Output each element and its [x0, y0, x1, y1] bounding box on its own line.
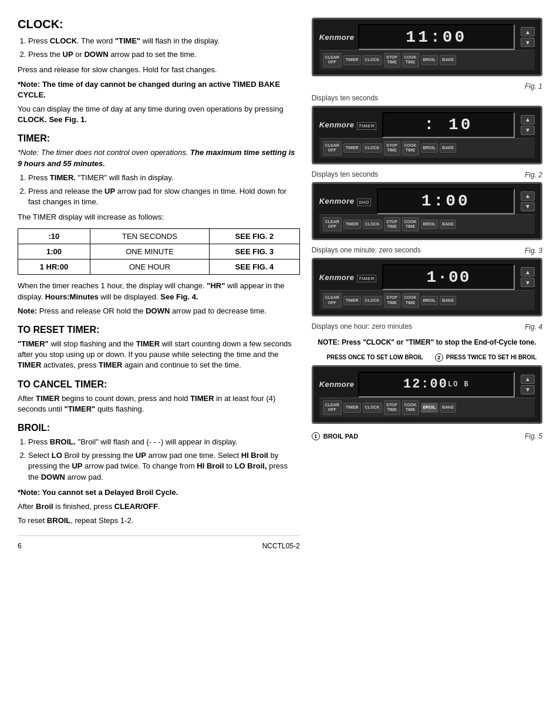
fig1-arrow-btns: ▲ ▼: [521, 27, 535, 47]
timer-step-2: Press and release the UP arrow pad for s…: [28, 186, 300, 207]
fig1-btn-broil[interactable]: BROIL: [421, 55, 438, 65]
fig4-btn-clear[interactable]: CLEAROFF: [323, 293, 342, 308]
fig5-kenmore-logo: Kenmore: [319, 380, 355, 389]
fig2-btn-bake[interactable]: BAKE: [440, 143, 456, 153]
fig2-kenmore-logo: Kenmore TIMER: [319, 120, 379, 129]
fig4-caption-below: Displays one hour: zero minutes: [312, 322, 412, 331]
fig3-btn-stop[interactable]: STOPTIME: [384, 217, 400, 232]
fig4-btn-broil[interactable]: BROIL: [421, 296, 438, 305]
fig1-btn-cook[interactable]: COOKTIME: [402, 53, 419, 68]
fig5-btn-clock[interactable]: CLOCK: [363, 403, 382, 412]
fig5-btn-stop[interactable]: STOPTIME: [384, 400, 400, 415]
timer-after-table: When the timer reaches 1 hour, the displ…: [18, 281, 300, 302]
fig1-btn-clear[interactable]: CLEAROFF: [323, 53, 342, 68]
fig4-buttons-row: CLEAROFF TIMER CLOCK STOPTIME COOKTIME B…: [319, 290, 535, 310]
fig4-arrow-btns: ▲ ▼: [521, 267, 535, 287]
fig4-btn-stop[interactable]: STOPTIME: [384, 293, 400, 308]
timer-display-text: The TIMER display will increase as follo…: [18, 212, 300, 223]
fig1-btn-bake[interactable]: BAKE: [440, 55, 456, 65]
broil-pad-label-area: 1 BROIL PAD: [312, 432, 359, 440]
clock-step2-down: DOWN: [84, 50, 108, 59]
fig1-kenmore-logo: Kenmore: [319, 33, 355, 42]
fig1-btn-stop[interactable]: STOPTIME: [384, 53, 400, 68]
fig5-label: Fig. 5: [525, 432, 542, 440]
annotation-num2: 2: [435, 353, 443, 362]
fig5-btn-bake[interactable]: BAKE: [440, 403, 456, 412]
fig4-btn-bake[interactable]: BAKE: [440, 296, 456, 305]
reset-timer-text: "TIMER" will stop flashing and the TIMER…: [18, 339, 300, 371]
fig3-label: Fig. 3: [525, 247, 542, 255]
fig4-btn-clock[interactable]: CLOCK: [363, 296, 382, 305]
fig2-btn-clear[interactable]: CLEAROFF: [323, 141, 342, 156]
fig1-label: Fig. 1: [312, 82, 542, 90]
fig4-footer: Displays one hour: zero minutes Fig. 4: [312, 322, 542, 332]
fig2-display: : 10: [382, 112, 515, 138]
fig1-btn-clock[interactable]: CLOCK: [363, 55, 382, 65]
fig2-btn-timer[interactable]: TIMER: [343, 143, 361, 153]
broil-after-note1: After Broil is finished, press CLEAR/OFF…: [18, 501, 300, 512]
timer-table-row-1: :10 TEN SECONDS SEE FIG. 2: [18, 229, 300, 244]
broil-pad-label: BROIL PAD: [323, 433, 359, 440]
fig3-btn-clear[interactable]: CLEAROFF: [323, 217, 342, 232]
fig2-btn-broil[interactable]: BROIL: [421, 143, 438, 153]
fig4-panel: Kenmore TIMER 1·00 ▲ ▼ CLEAROFF TIMER CL…: [312, 258, 542, 316]
fig1-btn-timer[interactable]: TIMER: [343, 55, 361, 65]
timer-title: TIMER:: [18, 133, 300, 144]
fig3-down-arrow[interactable]: ▼: [521, 202, 535, 211]
clock-title: CLOCK:: [18, 18, 300, 31]
broil-step-1: Press BROIL. "Broil" will flash and (- -…: [28, 437, 300, 447]
timer-step-1: Press TIMER. "TIMER" will flash in displ…: [28, 173, 300, 183]
timer-note: *Note: The timer does not control oven o…: [18, 147, 300, 168]
fig2-btn-clock[interactable]: CLOCK: [363, 143, 382, 153]
fig3-btn-bake[interactable]: BAKE: [440, 220, 456, 229]
clock-step-2: Press the UP or DOWN arrow pad to set th…: [28, 49, 300, 60]
fig3-btn-broil[interactable]: BROIL: [421, 220, 438, 229]
right-column: Kenmore 11:00 ▲ ▼ CLEAROFF TIMER CLOCK S…: [312, 18, 542, 550]
fig1-buttons-row: CLEAROFF TIMER CLOCK STOPTIME COOKTIME B…: [319, 50, 535, 70]
fig2-caption-below: Displays ten seconds: [312, 170, 378, 178]
fig3-up-arrow[interactable]: ▲: [521, 191, 535, 201]
fig3-timer-label: 1HO: [357, 198, 371, 206]
broil-note: *Note: You cannot set a Delayed Broil Cy…: [18, 487, 300, 498]
fig2-btn-stop[interactable]: STOPTIME: [384, 141, 400, 156]
fig2-label: Fig. 2: [525, 171, 542, 179]
fig3-btn-timer[interactable]: TIMER: [343, 220, 361, 229]
broil-pad-num: 1: [312, 432, 320, 440]
fig1-inner: Kenmore 11:00 ▲ ▼: [319, 24, 535, 50]
fig2-down-arrow[interactable]: ▼: [521, 126, 535, 135]
fig2-footer: Displays ten seconds Fig. 2: [312, 170, 542, 180]
fig5-btn-timer[interactable]: TIMER: [343, 403, 361, 412]
timer-row2-col1: 1:00: [18, 244, 90, 259]
fig3-btn-clock[interactable]: CLOCK: [363, 220, 382, 229]
fig3-panel: Kenmore 1HO 1:00 ▲ ▼ CLEAROFF TIMER CLOC…: [312, 182, 542, 241]
fig4-btn-timer[interactable]: TIMER: [343, 296, 361, 305]
fig2-btn-cook[interactable]: COOKTIME: [402, 141, 419, 156]
fig2-inner: Kenmore TIMER : 10 ▲ ▼: [319, 112, 535, 138]
fig4-up-arrow[interactable]: ▲: [521, 267, 535, 277]
fig3-btn-cook[interactable]: COOKTIME: [402, 217, 419, 232]
timer-row2-col3: SEE FIG. 3: [210, 244, 300, 259]
fig5-up-arrow[interactable]: ▲: [521, 375, 535, 384]
fig4-btn-cook[interactable]: COOKTIME: [402, 293, 419, 308]
press-twice-label: PRESS TWICE TO SET HI BROIL: [446, 354, 537, 360]
fig1-down-arrow[interactable]: ▼: [521, 38, 535, 47]
fig5-btn-clear[interactable]: CLEAROFF: [323, 400, 342, 415]
broil-title: BROIL:: [18, 423, 300, 433]
fig3-inner: Kenmore 1HO 1:00 ▲ ▼: [319, 188, 535, 214]
broil-after-note2: To reset BROIL, repeat Steps 1-2.: [18, 515, 300, 526]
fig3-footer: Displays one minute: zero seconds Fig. 3: [312, 246, 542, 255]
fig1-panel: Kenmore 11:00 ▲ ▼ CLEAROFF TIMER CLOCK S…: [312, 18, 542, 76]
fig5-arrow-btns: ▲ ▼: [521, 375, 535, 395]
clock-para2: You can display the time of day at any t…: [18, 104, 300, 125]
timer-row3-col1: 1 HR:00: [18, 259, 90, 275]
press-once-label: PRESS ONCE TO SET LOW BROIL: [326, 354, 423, 360]
timer-steps-list: Press TIMER. "TIMER" will flash in displ…: [28, 173, 300, 208]
fig5-down-arrow[interactable]: ▼: [521, 385, 535, 395]
fig4-down-arrow[interactable]: ▼: [521, 278, 535, 287]
fig2-up-arrow[interactable]: ▲: [521, 115, 535, 124]
fig5-btn-cook[interactable]: COOKTIME: [402, 400, 419, 415]
fig3-arrow-btns: ▲ ▼: [521, 191, 535, 211]
fig2-panel: Kenmore TIMER : 10 ▲ ▼ CLEAROFF TIMER CL…: [312, 106, 542, 164]
fig1-up-arrow[interactable]: ▲: [521, 27, 535, 36]
fig5-btn-broil[interactable]: BROIL: [421, 403, 438, 412]
